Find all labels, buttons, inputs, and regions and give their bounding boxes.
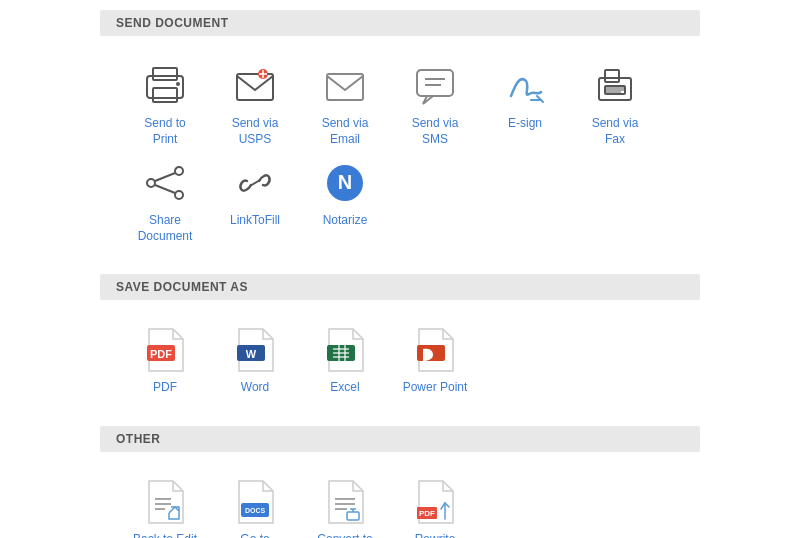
back-to-edit-label: Back to Edit: [133, 532, 197, 538]
back-to-edit-icon: [141, 478, 189, 526]
send-email-icon: [321, 62, 369, 110]
other-section: OTHER Back to Edit: [100, 426, 700, 538]
send-sms-button[interactable]: Send viaSMS: [390, 56, 480, 153]
other-grid: Back to Edit DOCS Go toMyDocs: [100, 462, 700, 538]
send-email-label: Send viaEmail: [322, 116, 369, 147]
save-pdf-icon: PDF: [141, 326, 189, 374]
svg-point-20: [147, 179, 155, 187]
svg-point-3: [176, 82, 180, 86]
svg-text:DOCS: DOCS: [245, 507, 266, 514]
send-sms-icon: [411, 62, 459, 110]
save-powerpoint-label: Power Point: [403, 380, 468, 396]
notarize-button[interactable]: N Notarize: [300, 153, 390, 250]
link-to-fill-button[interactable]: LinkToFill: [210, 153, 300, 250]
send-sms-label: Send viaSMS: [412, 116, 459, 147]
svg-rect-9: [417, 70, 453, 96]
svg-point-19: [175, 191, 183, 199]
other-header: OTHER: [100, 426, 700, 452]
send-print-label: Send toPrint: [144, 116, 185, 147]
convert-to-template-label: Convert toTemplate: [317, 532, 372, 538]
notarize-label: Notarize: [323, 213, 368, 229]
save-excel-icon: [321, 326, 369, 374]
send-document-grid: Send toPrint Send viaUSPS: [100, 46, 700, 264]
save-pdf-button[interactable]: PDF PDF: [120, 320, 210, 402]
svg-rect-4: [237, 74, 273, 100]
send-email-button[interactable]: Send viaEmail: [300, 56, 390, 153]
svg-line-22: [155, 185, 175, 193]
notarize-icon: N: [321, 159, 369, 207]
save-word-icon: W: [231, 326, 279, 374]
link-to-fill-icon: [231, 159, 279, 207]
send-fax-button[interactable]: Send viaFax: [570, 56, 660, 153]
send-document-section: SEND DOCUMENT Send toPrint: [100, 10, 700, 264]
svg-rect-45: [347, 512, 359, 520]
send-fax-icon: [591, 62, 639, 110]
share-document-label: ShareDocument: [138, 213, 193, 244]
svg-line-21: [155, 173, 175, 181]
svg-rect-13: [605, 70, 619, 82]
esign-icon: [501, 62, 549, 110]
svg-text:PDF: PDF: [150, 348, 172, 360]
save-document-section: SAVE DOCUMENT AS PDF PDF: [100, 274, 700, 416]
send-document-header: SEND DOCUMENT: [100, 10, 700, 36]
convert-to-template-button[interactable]: Convert toTemplate: [300, 472, 390, 538]
save-excel-label: Excel: [330, 380, 359, 396]
go-to-mydocs-icon: DOCS: [231, 478, 279, 526]
save-document-header: SAVE DOCUMENT AS: [100, 274, 700, 300]
svg-text:PDF: PDF: [419, 509, 435, 518]
link-to-fill-label: LinkToFill: [230, 213, 280, 229]
convert-to-template-icon: [321, 478, 369, 526]
send-print-icon: [141, 62, 189, 110]
save-word-label: Word: [241, 380, 269, 396]
save-word-button[interactable]: W Word: [210, 320, 300, 402]
save-excel-button[interactable]: Excel: [300, 320, 390, 402]
share-document-button[interactable]: ShareDocument: [120, 153, 210, 250]
save-powerpoint-button[interactable]: Power Point: [390, 320, 480, 402]
svg-rect-8: [327, 74, 363, 100]
save-powerpoint-icon: [411, 326, 459, 374]
save-pdf-label: PDF: [153, 380, 177, 396]
send-print-button[interactable]: Send toPrint: [120, 56, 210, 153]
esign-button[interactable]: E-sign: [480, 56, 570, 153]
back-to-edit-button[interactable]: Back to Edit: [120, 472, 210, 538]
svg-text:W: W: [246, 348, 257, 360]
svg-rect-1: [153, 68, 177, 80]
svg-text:N: N: [338, 171, 352, 193]
send-usps-icon: [231, 62, 279, 110]
esign-label: E-sign: [508, 116, 542, 132]
send-usps-button[interactable]: Send viaUSPS: [210, 56, 300, 153]
svg-point-18: [175, 167, 183, 175]
svg-line-23: [250, 180, 260, 186]
main-container: SEND DOCUMENT Send toPrint: [100, 10, 700, 538]
rewrite-pdf-button[interactable]: PDF RewritePDF: [390, 472, 480, 538]
share-document-icon: [141, 159, 189, 207]
go-to-mydocs-button[interactable]: DOCS Go toMyDocs: [210, 472, 300, 538]
svg-rect-2: [153, 88, 177, 102]
send-usps-label: Send viaUSPS: [232, 116, 279, 147]
send-fax-label: Send viaFax: [592, 116, 639, 147]
rewrite-pdf-label: RewritePDF: [415, 532, 456, 538]
rewrite-pdf-icon: PDF: [411, 478, 459, 526]
save-document-grid: PDF PDF W Word: [100, 310, 700, 416]
go-to-mydocs-label: Go toMyDocs: [233, 532, 276, 538]
